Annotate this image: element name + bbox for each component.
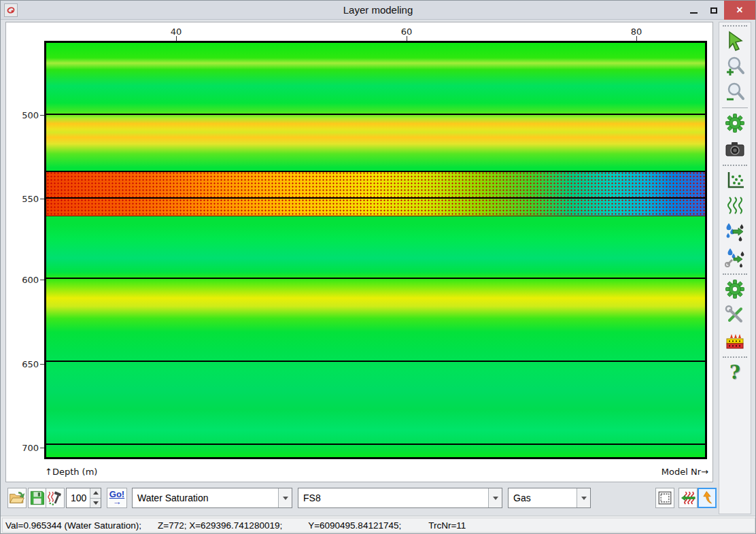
bottom-toolbar: 100 Go! → Water Saturation FS8 Gas: [1, 485, 717, 514]
spinner-stepper: [90, 488, 101, 507]
x-tick-label: 60: [393, 27, 420, 37]
chevron-down-icon: [581, 497, 587, 500]
layer-cake-icon: [725, 331, 745, 351]
toolbar-separator: [722, 107, 748, 108]
save-button[interactable]: [28, 488, 47, 508]
help-icon: ?: [729, 363, 740, 382]
zoom-in-icon: [725, 56, 745, 77]
toolbar-drag-handle[interactable]: [723, 25, 747, 27]
synthetics-button[interactable]: [720, 193, 750, 219]
display-properties-icon: [47, 490, 63, 506]
up-arrow-icon: [93, 491, 99, 495]
pointer-arrow-icon: [725, 31, 745, 51]
tools-button[interactable]: [720, 302, 750, 328]
zoom-factor-spinbox[interactable]: 100: [66, 488, 101, 508]
y-tick-label: 600: [12, 275, 39, 285]
crossplot-button[interactable]: [720, 167, 750, 193]
depth-gridline: [46, 444, 705, 445]
chevron-down-icon: [493, 497, 498, 500]
fluid-replacement-button[interactable]: [720, 219, 750, 245]
minimize-button[interactable]: [683, 1, 704, 20]
property-select-value: Water Saturation: [133, 493, 278, 503]
help-button[interactable]: ?: [720, 359, 750, 385]
x-axis-title: Model Nr→: [662, 467, 708, 477]
orange-up-arrow-icon: [700, 490, 715, 505]
x-tick-label: 40: [162, 27, 190, 37]
minimize-icon: [690, 12, 698, 14]
wiggle-traces-icon: [725, 196, 745, 216]
seismic-traces-button[interactable]: [678, 488, 698, 508]
layer-model-button[interactable]: [720, 328, 750, 354]
y-tick-label: 650: [12, 359, 39, 369]
y-axis-title: ↑Depth (m): [45, 467, 97, 477]
folder-open-icon: [9, 490, 25, 506]
property-select[interactable]: Water Saturation: [132, 488, 292, 508]
display-settings-button[interactable]: [720, 110, 750, 136]
zoom-out-icon: [725, 82, 745, 103]
flatten-button[interactable]: [698, 488, 717, 508]
dropdown-button[interactable]: [278, 488, 292, 507]
level-select[interactable]: FS8: [298, 488, 502, 508]
display-properties-button[interactable]: [46, 488, 65, 508]
camera-icon: [725, 139, 745, 159]
spin-down-button[interactable]: [90, 498, 101, 508]
status-field: Val=0.965344 (Water Saturation); Z=772; …: [2, 518, 755, 533]
x-tick-mark: [407, 36, 407, 41]
status-bar: Val=0.965344 (Water Saturation); Z=772; …: [1, 516, 756, 534]
chevron-down-icon: [283, 497, 288, 500]
select-rectangle-button[interactable]: [655, 488, 674, 508]
save-icon: [29, 490, 46, 506]
fluid-replacement-settings-button[interactable]: [720, 245, 750, 271]
spin-up-button[interactable]: [90, 488, 101, 498]
dropdown-button[interactable]: [488, 488, 502, 507]
heatmap[interactable]: [46, 43, 705, 457]
depth-gridline: [46, 361, 705, 362]
toolbar-drag-handle[interactable]: [723, 273, 747, 275]
zoom-factor-value[interactable]: 100: [67, 488, 90, 507]
y-tick-label: 700: [12, 443, 39, 453]
depth-gridline: [46, 278, 705, 279]
depth-gridline: [46, 171, 705, 172]
titlebar: Layer modeling ×: [1, 1, 755, 20]
snapshot-button[interactable]: [720, 136, 750, 162]
gear-icon: [725, 113, 745, 133]
window-title: Layer modeling: [1, 4, 755, 16]
fluid-select[interactable]: Gas: [508, 488, 591, 508]
right-toolbar: ?: [719, 22, 751, 514]
properties-button[interactable]: [720, 276, 750, 302]
tools-icon: [725, 305, 745, 325]
close-button[interactable]: ×: [724, 1, 755, 20]
seismic-traces-icon: [681, 490, 695, 505]
y-tick-label: 550: [12, 194, 39, 204]
down-arrow-icon: [93, 501, 99, 505]
reservoir-band: [46, 171, 705, 216]
plot-frame: [44, 41, 707, 459]
select-rectangle-icon: [657, 490, 672, 505]
maximize-button[interactable]: [704, 1, 724, 20]
y-tick-label: 500: [12, 110, 39, 120]
maximize-icon: [710, 7, 717, 14]
dropdown-button[interactable]: [577, 488, 590, 507]
band-stipple: [46, 171, 705, 215]
zoom-in-button[interactable]: [720, 54, 750, 80]
fluid-replacement-icon: [725, 222, 745, 242]
toolbar-drag-handle[interactable]: [723, 356, 747, 358]
x-tick-mark: [176, 36, 177, 41]
fluid-select-value: Gas: [509, 493, 577, 503]
toolbar-drag-handle[interactable]: [723, 165, 747, 166]
fluid-replacement-settings-icon: [725, 248, 745, 268]
status-y: Y=6090495.84121745;: [308, 520, 401, 531]
plot-panel: 40 60 80 500 550 600 650 700 ↑Depth (m) …: [5, 22, 713, 482]
zoom-out-button[interactable]: [720, 80, 750, 105]
depth-gridline: [46, 114, 705, 115]
open-button[interactable]: [7, 488, 27, 508]
go-arrow-icon: →: [113, 498, 122, 505]
go-button[interactable]: Go! →: [107, 488, 127, 508]
x-tick-label: 80: [623, 27, 650, 37]
status-z-x: Z=772; X=629396.741280019;: [158, 520, 282, 531]
crossplot-icon: [725, 170, 745, 190]
status-value: Val=0.965344 (Water Saturation);: [5, 520, 141, 531]
select-mode-button[interactable]: [720, 28, 750, 54]
level-select-value: FS8: [298, 493, 488, 503]
status-trcnr: TrcNr=11: [428, 520, 466, 531]
